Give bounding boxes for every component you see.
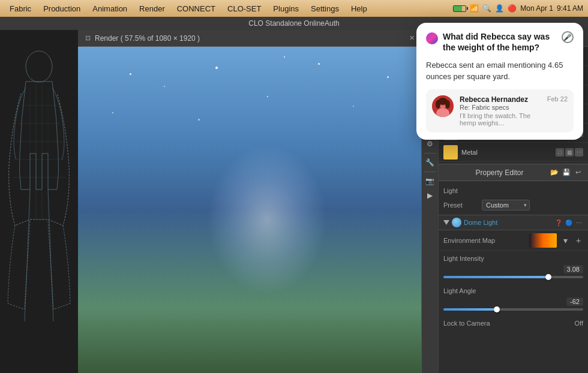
siri-mic-btn[interactable]: 🎤 xyxy=(562,31,574,43)
menu-animation[interactable]: Animation xyxy=(88,3,132,14)
lock-camera-row: Lock to Camera Off xyxy=(439,315,588,331)
time: 9:41 AM xyxy=(557,4,583,13)
render-panel: ⊡ Render ( 57.5% of 1080 × 1920 ) ✕ xyxy=(78,30,421,373)
env-add-btn[interactable]: + xyxy=(574,236,583,245)
menu-help[interactable]: Help xyxy=(346,3,372,14)
dome-triangle[interactable] xyxy=(443,220,449,225)
pe-preset-row: Preset Custom ▾ xyxy=(443,198,583,212)
env-replace-btn[interactable]: ▾ xyxy=(560,236,570,245)
obj-row-metal[interactable]: Metal □ ▦ ⋯ xyxy=(439,143,588,162)
email-sender: Rebecca Hernandez xyxy=(460,95,541,104)
light-angle-label: Light Angle xyxy=(443,287,476,294)
svg-point-22 xyxy=(445,100,450,109)
menu-plugins[interactable]: Plugins xyxy=(268,3,304,14)
pe-preset-label: Preset xyxy=(443,201,479,209)
lock-camera-toggle[interactable]: Off xyxy=(575,320,583,327)
light-intensity-value-row: 3.08 xyxy=(443,265,583,273)
email-preview: I'll bring the swatch. The hemp weighs..… xyxy=(460,112,541,127)
ai-popup: What did Rebecca say was the weight of t… xyxy=(416,23,583,140)
pe-light-section: Light Preset Custom ▾ xyxy=(439,181,588,215)
light-intensity-label-row: Light Intensity xyxy=(443,252,583,265)
light-angle-track[interactable] xyxy=(443,308,583,311)
ai-answer-text: Rebecca sent an email mentioning 4.65 ou… xyxy=(426,60,574,82)
obj-icon-p[interactable]: □ xyxy=(556,148,564,157)
render-canvas xyxy=(78,47,421,373)
dome-actions: ❓ 🔵 ⋯ xyxy=(554,218,583,227)
light-intensity-value[interactable]: 3.08 xyxy=(563,265,583,273)
render-header-right: ✕ xyxy=(407,34,416,43)
property-editor-header: Property Editor 📂 💾 ↩ xyxy=(439,164,588,181)
menu-render[interactable]: Render xyxy=(134,3,170,14)
pe-preset-dropdown[interactable]: Custom ▾ xyxy=(482,200,530,210)
lock-camera-label: Lock to Camera xyxy=(443,320,572,327)
pe-load-btn[interactable]: 📂 xyxy=(550,168,559,178)
render-window-icon: ⊡ xyxy=(83,34,92,43)
obj-icons-5: □ ▦ ⋯ xyxy=(556,148,583,157)
pe-dropdown-arrow: ▾ xyxy=(524,202,527,208)
tool-wrench[interactable]: 🔧 xyxy=(424,156,437,169)
pe-actions: 📂 💾 ↩ xyxy=(550,168,583,178)
wifi-icon: 📶 xyxy=(470,4,479,13)
dome-action-2[interactable]: 🔵 xyxy=(565,218,573,227)
menubar: Fabric Production Animation Render CONNE… xyxy=(0,0,588,17)
light-intensity-thumb[interactable] xyxy=(545,274,551,280)
render-header-left: ⊡ Render ( 57.5% of 1080 × 1920 ) xyxy=(83,34,200,43)
email-subject: Re: Fabric specs xyxy=(460,104,541,111)
light-angle-value[interactable]: -62 xyxy=(566,297,583,306)
obj-name-5: Metal xyxy=(461,149,552,156)
menu-settings[interactable]: Settings xyxy=(306,3,344,14)
siri-wave-icon xyxy=(426,32,438,44)
ai-email-card[interactable]: Rebecca Hernandez Re: Fabric specs I'll … xyxy=(426,89,574,133)
lock-camera-value: Off xyxy=(575,320,583,327)
menu-connect[interactable]: CONNECT xyxy=(172,3,220,14)
menu-fabric[interactable]: Fabric xyxy=(5,3,36,14)
pe-light-label: Light xyxy=(443,187,479,194)
expand-arrow[interactable]: ▶ xyxy=(424,189,437,202)
user-icon[interactable]: 👤 xyxy=(495,4,504,13)
light-intensity-label: Light Intensity xyxy=(443,255,484,262)
env-map-row: Environment Map ▾ + xyxy=(439,230,588,251)
property-editor: Property Editor 📂 💾 ↩ Light Preset Custo… xyxy=(439,164,588,331)
light-angle-fill xyxy=(443,308,497,311)
pe-reset-btn[interactable]: ↩ xyxy=(574,168,583,178)
divider-3 xyxy=(424,172,436,172)
obj-thumb-5 xyxy=(443,145,458,160)
dome-light-header: Dome Light ❓ 🔵 ⋯ xyxy=(439,215,588,230)
email-date: Feb 22 xyxy=(547,95,568,103)
light-intensity-slider-row: Light Intensity 3.08 xyxy=(439,251,588,283)
avatar-icon: 🔴 xyxy=(508,4,517,13)
light-intensity-fill xyxy=(443,276,548,278)
date-time: Mon Apr 1 xyxy=(520,4,553,13)
dome-light-icon xyxy=(452,218,461,227)
wireframe-view xyxy=(0,30,78,373)
obj-icon-q[interactable]: ▦ xyxy=(565,148,574,157)
ai-question-row: What did Rebecca say was the weight of t… xyxy=(426,31,574,53)
render-header: ⊡ Render ( 57.5% of 1080 × 1920 ) ✕ xyxy=(78,30,421,47)
menu-production[interactable]: Production xyxy=(38,3,85,14)
pe-preset-value: Custom xyxy=(486,201,509,209)
email-meta: Rebecca Hernandez Re: Fabric specs I'll … xyxy=(460,95,541,127)
render-title: Render ( 57.5% of 1080 × 1920 ) xyxy=(95,34,200,43)
left-panel xyxy=(0,30,78,373)
menu-closet[interactable]: CLO-SET xyxy=(223,3,266,14)
dome-action-1[interactable]: ❓ xyxy=(554,218,563,227)
light-angle-slider-row: Light Angle -62 xyxy=(439,283,588,315)
light-angle-value-row: -62 xyxy=(443,297,583,306)
svg-point-0 xyxy=(26,51,52,82)
light-angle-thumb[interactable] xyxy=(494,306,500,312)
dome-action-3[interactable]: ⋯ xyxy=(575,218,583,227)
env-map-thumb xyxy=(529,233,557,248)
pe-title: Property Editor xyxy=(475,169,523,177)
pe-save-btn[interactable]: 💾 xyxy=(562,168,571,178)
search-icon[interactable]: 🔍 xyxy=(482,4,491,13)
dome-light-label: Dome Light xyxy=(464,219,552,226)
light-intensity-track[interactable] xyxy=(443,276,583,278)
render-close-btn[interactable]: ✕ xyxy=(407,34,416,43)
avatar xyxy=(432,95,454,117)
divider-2 xyxy=(424,153,436,154)
obj-icon-r[interactable]: ⋯ xyxy=(575,148,583,157)
app-title: CLO Standalone OnlineAuth xyxy=(248,19,339,28)
light-angle-label-row: Light Angle xyxy=(443,284,583,297)
tool-camera-2[interactable]: 📷 xyxy=(424,175,437,188)
env-map-label: Environment Map xyxy=(443,237,526,244)
